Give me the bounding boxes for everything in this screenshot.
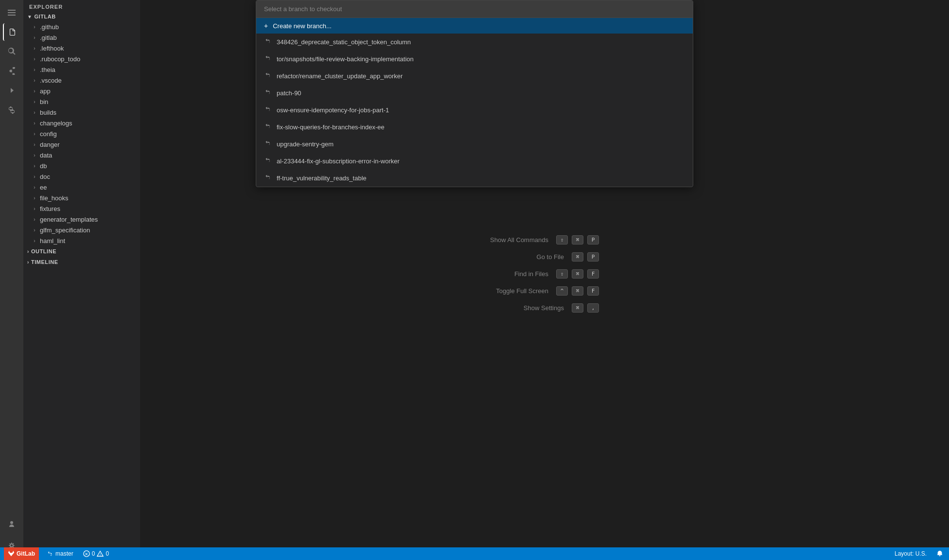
create-new-branch-item[interactable]: + Create new branch... [256,18,693,34]
branch-name-4: osw-ensure-idempotency-for-jobs-part-1 [277,106,389,114]
tree-item-generator-templates[interactable]: › generator_templates [23,214,140,225]
tree-item-gitlab[interactable]: › .gitlab [23,32,140,43]
tree-item-db[interactable]: › db [23,160,140,171]
tree-item-github[interactable]: › .github [23,21,140,32]
timeline-section-header[interactable]: › TIMELINE [23,257,140,267]
plus-icon: + [264,22,268,30]
key-cmd-1: ⌘ [572,235,583,245]
shortcut-go-to-file: Go to File ⌘ P [537,252,599,262]
branch-item-0[interactable]: 348426_deprecate_static_object_token_col… [256,34,693,51]
source-control-icon[interactable] [3,62,20,80]
key-ctrl: ^ [556,286,568,296]
chevron-right-icon: › [31,98,38,105]
chevron-right-icon: › [31,173,38,180]
branch-icon-7 [264,157,272,166]
menu-icon[interactable] [3,4,20,21]
tree-item-data[interactable]: › data [23,150,140,160]
key-p-2: P [587,252,599,262]
run-debug-icon[interactable] [3,82,20,99]
chevron-right-icon: › [31,152,38,158]
branch-item-7[interactable]: al-233444-fix-gl-subscription-error-in-w… [256,153,693,170]
svg-text:!: ! [100,552,101,557]
chevron-right-icon: › [31,45,38,52]
shortcut-show-settings-label: Show Settings [524,304,564,312]
activity-bar [0,0,23,560]
shortcut-show-all-commands: Show All Commands ⇧ ⌘ P [490,235,599,245]
branch-item-5[interactable]: fix-slow-queries-for-branches-index-ee [256,119,693,136]
shortcut-show-all-commands-label: Show All Commands [490,236,548,244]
key-shift-2: ⇧ [556,269,568,279]
svg-rect-1 [8,12,16,13]
branch-icon-0 [264,37,272,47]
layout-status-item[interactable]: Layout: U.S. [893,547,929,560]
tree-item-bin[interactable]: › bin [23,96,140,107]
branch-item-6[interactable]: upgrade-sentry-gem [256,136,693,153]
gitlab-section-label: GITLAB [34,14,55,19]
chevron-right-icon: › [31,88,38,94]
branch-icon-2 [264,71,272,81]
chevron-right-icon: › [31,120,38,126]
chevron-right-icon: › [27,249,29,254]
branch-name-8: ff-true_vulnerability_reads_table [277,175,367,182]
branch-item-1[interactable]: tor/snapshots/file-review-backing-implem… [256,51,693,68]
branch-item-4[interactable]: osw-ensure-idempotency-for-jobs-part-1 [256,102,693,119]
tree-item-glfm-spec[interactable]: › glfm_specification [23,225,140,235]
tree-item-theia[interactable]: › .theia [23,64,140,75]
tree-item-lefthook[interactable]: › .lefthook [23,43,140,53]
branch-item-2[interactable]: refactor/rename_cluster_update_app_worke… [256,68,693,85]
tree-item-app[interactable]: › app [23,86,140,96]
branch-icon-6 [264,140,272,149]
chevron-right-icon: › [31,141,38,148]
errors-status-item[interactable]: ✕ 0 ! 0 [81,547,111,560]
tree-item-danger[interactable]: › danger [23,139,140,150]
branch-name-status: master [55,550,73,557]
notification-icon-item[interactable] [934,547,945,560]
branch-picker: + Create new branch... 348426_deprecate_… [256,0,693,187]
chevron-right-icon: › [31,55,38,62]
tree-item-config[interactable]: › config [23,128,140,139]
key-cmd-3: ⌘ [572,269,583,279]
key-cmd-4: ⌘ [572,286,583,296]
tree-item-builds[interactable]: › builds [23,107,140,118]
branch-search-input[interactable] [256,0,693,18]
tree-item-rubocop-todo[interactable]: › .rubocop_todo [23,53,140,64]
key-comma: , [587,303,599,313]
branch-status-item[interactable]: master [45,547,75,560]
explorer-icon[interactable] [3,23,20,41]
key-p-1: P [587,235,599,245]
chevron-right-icon: › [31,205,38,212]
account-icon[interactable] [3,515,20,533]
gitlab-section-header[interactable]: ▼ GITLAB [23,12,140,21]
shortcut-show-settings: Show Settings ⌘ , [524,303,599,313]
tree-item-haml-lint[interactable]: › haml_lint [23,235,140,246]
branch-name-2: refactor/rename_cluster_update_app_worke… [277,72,403,80]
outline-label: OUTLINE [31,248,56,254]
branch-icon-5 [264,122,272,132]
gitlab-label: GitLab [17,550,35,557]
extensions-icon[interactable] [3,101,20,119]
key-shift: ⇧ [556,235,568,245]
branch-item-3[interactable]: patch-90 [256,85,693,102]
tree-item-file-hooks[interactable]: › file_hooks [23,192,140,203]
warning-count: 0 [105,550,109,557]
tree-item-vscode[interactable]: › .vscode [23,75,140,86]
sidebar-title: EXPLORER [23,0,140,12]
branch-item-8[interactable]: ff-true_vulnerability_reads_table [256,170,693,187]
chevron-right-icon: › [27,260,29,265]
tree-item-fixtures[interactable]: › fixtures [23,203,140,214]
search-icon[interactable] [3,43,20,60]
chevron-right-icon: › [31,130,38,137]
shortcut-toggle-fullscreen-label: Toggle Full Screen [496,287,548,295]
branch-name-6: upgrade-sentry-gem [277,140,334,148]
chevron-right-icon: › [31,66,38,73]
tree-item-doc[interactable]: › doc [23,171,140,182]
gitlab-badge[interactable]: GitLab [4,547,39,560]
outline-section-header[interactable]: › OUTLINE [23,246,140,257]
chevron-right-icon: › [31,162,38,169]
branch-icon-1 [264,54,272,64]
gitlab-logo-icon [8,550,15,557]
chevron-right-icon: › [31,77,38,84]
tree-item-ee[interactable]: › ee [23,182,140,192]
tree-item-changelogs[interactable]: › changelogs [23,118,140,128]
chevron-right-icon: › [31,34,38,41]
